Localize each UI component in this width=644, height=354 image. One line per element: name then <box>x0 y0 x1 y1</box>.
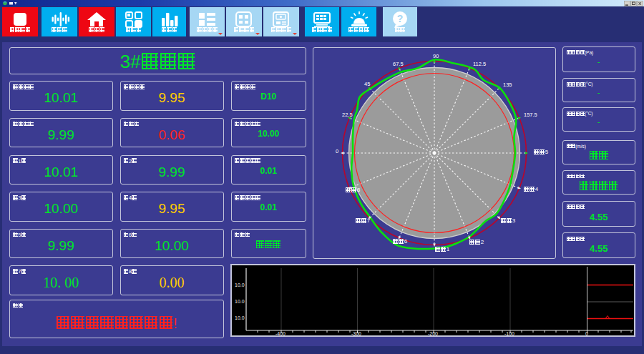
svg-text:10.0: 10.0 <box>235 282 245 287</box>
svg-text:-100: -100 <box>504 331 514 335</box>
svg-text:-200: -200 <box>428 331 438 335</box>
svg-text:10.0: 10.0 <box>235 315 245 320</box>
svg-text:10.0: 10.0 <box>235 299 245 304</box>
svg-text:?: ? <box>397 13 404 24</box>
svg-text:-400: -400 <box>275 331 286 335</box>
svg-text:0: 0 <box>585 331 588 335</box>
svg-text:-300: -300 <box>351 331 361 335</box>
